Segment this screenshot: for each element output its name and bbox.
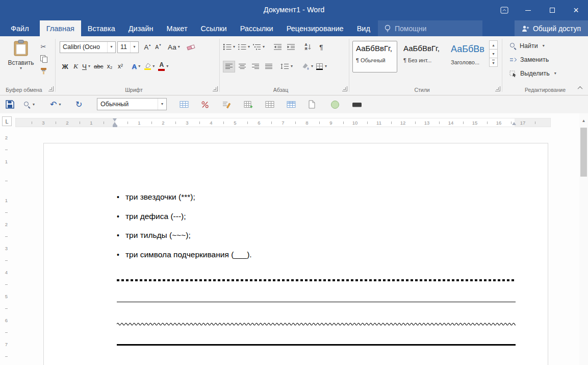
ruler-number: 1: [138, 120, 140, 126]
maximize-button[interactable]: [540, 0, 564, 20]
justify-button[interactable]: [263, 61, 275, 72]
document-page[interactable]: •три звездочки (***);•три дефиса (---);•…: [43, 143, 548, 365]
shrink-font-button[interactable]: А: [153, 41, 164, 53]
styles-scroll-down-button[interactable]: [489, 49, 498, 58]
dropdown-arrow-icon: [137, 64, 142, 68]
font-size-select[interactable]: 11: [117, 41, 139, 53]
page-tool-button[interactable]: [307, 98, 317, 111]
decrease-indent-button[interactable]: [271, 41, 284, 53]
close-button[interactable]: ×: [564, 0, 588, 20]
tab-Вид[interactable]: Вид: [350, 20, 377, 36]
edit-text-tool-button[interactable]: [221, 98, 232, 111]
scrollbar-thumb[interactable]: [580, 128, 587, 177]
dark-rect-tool-button[interactable]: [351, 98, 363, 111]
percent-tool-button[interactable]: [200, 98, 210, 111]
ruler-tick: [5, 284, 8, 285]
bullet-icon: •: [117, 231, 125, 239]
find-button[interactable]: Найти: [509, 40, 546, 52]
dropdown-arrow-icon: [176, 45, 182, 49]
preview-button[interactable]: [22, 98, 37, 111]
style-card-3[interactable]: АаБбВвЗаголово...: [447, 41, 492, 72]
shading-button[interactable]: [301, 61, 315, 72]
paragraph-dialog-launcher[interactable]: [342, 86, 347, 91]
save-button[interactable]: [4, 98, 16, 111]
strikethrough-button[interactable]: abc: [93, 61, 105, 72]
ruler-tick: [104, 121, 104, 124]
tell-me-box[interactable]: Помощни: [378, 20, 482, 36]
table-tool-button[interactable]: [178, 98, 190, 111]
ruler-number: 5: [234, 120, 236, 126]
tab-Ссылки[interactable]: Ссылки: [194, 20, 234, 36]
first-line-indent-marker[interactable]: [113, 118, 117, 121]
ruler-tick: [5, 212, 8, 213]
format-painter-button[interactable]: [38, 65, 49, 77]
align-right-button[interactable]: [249, 61, 262, 72]
sort-button[interactable]: АЯ: [302, 41, 314, 53]
tab-Рецензирование[interactable]: Рецензирование: [280, 20, 350, 36]
dropdown-arrow-icon: [158, 99, 166, 110]
search-icon: [509, 42, 517, 50]
tab-selector[interactable]: L: [2, 116, 12, 126]
bullet-text: три дефиса (---);: [125, 212, 186, 221]
undo-button[interactable]: ↶: [49, 98, 63, 111]
minimize-button[interactable]: [516, 0, 540, 20]
numbering-button[interactable]: [238, 41, 251, 53]
collapse-ribbon-button[interactable]: [575, 84, 584, 91]
font-color-button[interactable]: А: [157, 61, 171, 72]
borders-button[interactable]: [316, 61, 328, 72]
clipboard-dialog-launcher[interactable]: [48, 86, 54, 91]
style-card-2[interactable]: АаБбВвГг,¶ Без инт...: [400, 41, 445, 72]
increase-indent-icon: [287, 43, 295, 51]
green-circle-tool-button[interactable]: [329, 98, 341, 111]
tab-file[interactable]: Файл: [0, 20, 40, 36]
styles-more-button[interactable]: [489, 58, 498, 67]
replace-button[interactable]: Заменить: [509, 54, 549, 65]
tab-Главная[interactable]: Главная: [40, 20, 81, 36]
tab-Дизайн[interactable]: Дизайн: [122, 20, 160, 36]
left-indent-marker[interactable]: [113, 125, 117, 127]
table-shaded-tool-button[interactable]: [286, 98, 297, 111]
style-combobox[interactable]: Обычный: [97, 98, 167, 110]
underline-button[interactable]: Ч: [81, 61, 93, 72]
styles-scroll-up-button[interactable]: [489, 40, 498, 50]
decrease-indent-icon: [273, 43, 282, 51]
superscript-button[interactable]: x²: [115, 61, 126, 72]
clipboard-group-label: Буфер обмена: [0, 87, 48, 93]
text-effects-button[interactable]: А: [131, 61, 143, 72]
style-card-1[interactable]: АаБбВвГг,¶ Обычный: [352, 41, 397, 72]
multilevel-list-button[interactable]: [252, 41, 266, 53]
font-dialog-launcher[interactable]: [213, 86, 218, 91]
text-highlight-button[interactable]: [143, 61, 157, 72]
add-table-tool-button[interactable]: [243, 98, 254, 111]
align-left-button[interactable]: [223, 61, 235, 72]
cut-button[interactable]: ✂: [38, 41, 49, 52]
italic-button[interactable]: К: [70, 61, 81, 72]
align-center-button[interactable]: [236, 61, 248, 72]
select-button[interactable]: Выделить: [509, 68, 558, 79]
clear-formatting-button[interactable]: [186, 41, 196, 53]
subscript-button[interactable]: x₂: [105, 61, 115, 72]
paste-button[interactable]: Вставить: [6, 39, 36, 84]
ribbon-display-options-button[interactable]: [492, 0, 516, 20]
line-spacing-button[interactable]: [280, 61, 294, 72]
font-name-select[interactable]: Calibri (Осно: [60, 41, 116, 53]
change-case-button[interactable]: Аа: [167, 41, 183, 53]
styles-dialog-launcher[interactable]: [495, 86, 500, 91]
copy-button[interactable]: [38, 53, 49, 64]
bold-button[interactable]: Ж: [60, 61, 70, 72]
right-indent-marker[interactable]: [512, 122, 516, 125]
table-tool-2-button[interactable]: [264, 98, 275, 111]
share-button[interactable]: Общий доступ: [515, 20, 588, 36]
show-paragraph-marks-button[interactable]: ¶: [315, 41, 327, 53]
vertical-scrollbar[interactable]: [579, 113, 588, 365]
ruler-number: 7: [282, 120, 284, 126]
tab-Макет[interactable]: Макет: [160, 20, 194, 36]
tab-Рассылки[interactable]: Рассылки: [234, 20, 280, 36]
tab-Вставка[interactable]: Вставка: [81, 20, 122, 36]
increase-indent-button[interactable]: [285, 41, 297, 53]
redo-button[interactable]: ↻: [74, 98, 83, 111]
bullets-button[interactable]: [223, 41, 237, 53]
style-name: Заголово...: [451, 59, 489, 65]
scroll-up-button[interactable]: [579, 116, 588, 125]
grow-font-button[interactable]: А: [142, 41, 153, 53]
